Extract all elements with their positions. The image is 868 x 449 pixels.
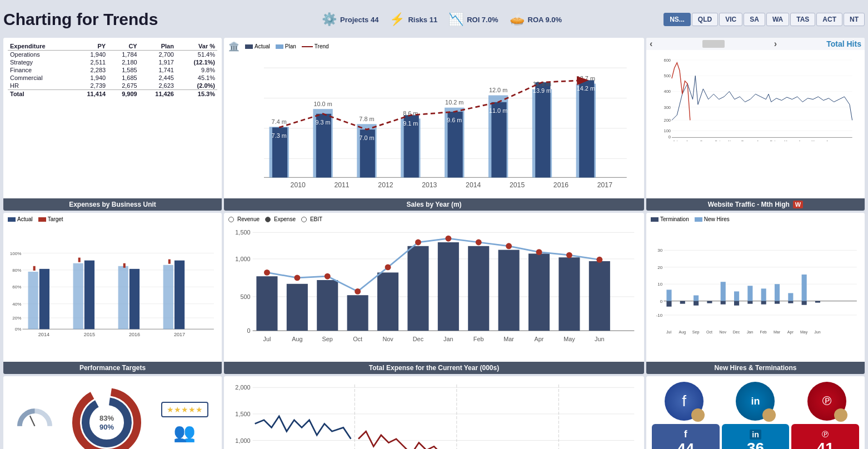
svg-text:2017: 2017 bbox=[174, 332, 185, 338]
svg-text:2011: 2011 bbox=[334, 181, 349, 189]
svg-rect-114 bbox=[468, 246, 489, 331]
prev-arrow[interactable]: ‹ bbox=[650, 39, 652, 49]
perf-legend: Actual Target bbox=[6, 215, 220, 223]
svg-text:Aug: Aug bbox=[679, 331, 686, 335]
hires-panel: Termination New Hires 30 20 10 0 -10 bbox=[646, 213, 865, 374]
svg-text:100%: 100% bbox=[10, 251, 22, 256]
svg-text:9.1 m: 9.1 m bbox=[403, 120, 418, 127]
svg-text:Mar: Mar bbox=[784, 140, 791, 141]
debtors-panel: 2,000 1,500 1,000 500 0 bbox=[224, 376, 644, 449]
svg-rect-118 bbox=[589, 261, 610, 331]
svg-text:1,500: 1,500 bbox=[235, 230, 250, 236]
region-tab-ns[interactable]: NS... bbox=[664, 13, 691, 26]
top-bar: Charting for Trends ⚙️ Projects 44 ⚡ Ris… bbox=[3, 3, 865, 36]
svg-text:May: May bbox=[811, 140, 819, 141]
svg-rect-172 bbox=[802, 301, 807, 305]
expense-chart: 1,500 1,000 500 0 bbox=[226, 223, 642, 360]
svg-text:Sep: Sep bbox=[700, 140, 707, 141]
sales-chart: 7.4 m7.3 m10.0 m9.3 m7.8 m7.0 m8.6 m9.1 … bbox=[226, 53, 642, 196]
svg-text:Nov: Nov bbox=[719, 331, 726, 335]
w-badge: W bbox=[793, 201, 803, 208]
svg-text:300: 300 bbox=[664, 105, 671, 110]
region-tab-vic[interactable]: VIC bbox=[719, 13, 742, 26]
svg-text:7.0 m: 7.0 m bbox=[359, 134, 374, 141]
svg-text:Dec: Dec bbox=[413, 336, 424, 343]
dashboard: Charting for Trends ⚙️ Projects 44 ⚡ Ris… bbox=[0, 0, 868, 449]
col-expenditure: Expenditure bbox=[8, 42, 71, 51]
svg-text:2016: 2016 bbox=[129, 332, 140, 338]
svg-point-122 bbox=[355, 288, 361, 295]
next-arrow[interactable]: › bbox=[774, 39, 777, 49]
svg-text:Oct: Oct bbox=[353, 336, 362, 343]
svg-text:7.3 m: 7.3 m bbox=[272, 132, 287, 139]
svg-text:May: May bbox=[800, 331, 808, 335]
svg-rect-117 bbox=[558, 258, 580, 331]
svg-text:Jun: Jun bbox=[826, 140, 832, 141]
svg-text:2014: 2014 bbox=[466, 181, 481, 189]
svg-rect-169 bbox=[788, 293, 793, 301]
svg-text:60%: 60% bbox=[12, 285, 21, 290]
svg-text:10: 10 bbox=[657, 282, 663, 287]
svg-text:7.4 m: 7.4 m bbox=[272, 118, 287, 125]
svg-text:Jul: Jul bbox=[666, 331, 671, 335]
svg-point-188 bbox=[86, 401, 128, 443]
svg-rect-30 bbox=[535, 82, 550, 177]
svg-point-120 bbox=[294, 275, 300, 281]
region-tab-wa[interactable]: WA bbox=[766, 13, 789, 26]
social-mascots-row: f in ℗ bbox=[648, 378, 862, 424]
svg-text:1,000: 1,000 bbox=[235, 256, 250, 262]
svg-rect-154 bbox=[666, 301, 671, 307]
svg-text:Jan: Jan bbox=[443, 336, 453, 343]
svg-rect-156 bbox=[694, 296, 699, 301]
sales-legend-icon: 🏛️ bbox=[228, 41, 240, 52]
svg-rect-170 bbox=[788, 301, 793, 303]
traffic-chart: 600 500 400 300 200 100 0 bbox=[648, 52, 862, 141]
svg-text:2,000: 2,000 bbox=[235, 385, 250, 391]
svg-text:600: 600 bbox=[664, 58, 671, 63]
svg-rect-85 bbox=[33, 266, 36, 271]
svg-text:Mar: Mar bbox=[503, 336, 514, 343]
region-tab-qld[interactable]: QLD bbox=[692, 13, 718, 26]
svg-text:500: 500 bbox=[240, 293, 250, 300]
svg-text:Apr: Apr bbox=[799, 140, 805, 141]
speedometer-icon bbox=[17, 405, 53, 441]
svg-text:500: 500 bbox=[664, 73, 671, 78]
svg-rect-164 bbox=[747, 301, 752, 304]
svg-rect-110 bbox=[347, 296, 368, 331]
svg-text:11.0 m: 11.0 m bbox=[489, 107, 507, 114]
svg-text:2013: 2013 bbox=[422, 181, 437, 189]
svg-rect-90 bbox=[129, 269, 139, 329]
svg-text:7.8 m: 7.8 m bbox=[359, 116, 374, 122]
svg-text:10.0 m: 10.0 m bbox=[313, 101, 332, 107]
pi-mascot: ℗ bbox=[807, 382, 846, 421]
svg-text:2010: 2010 bbox=[291, 181, 306, 189]
roi-icon: 📉 bbox=[448, 12, 463, 27]
li-stat-card: in 36 Linkedin Campaigns bbox=[722, 424, 790, 449]
people-icon: 👥 bbox=[173, 422, 196, 443]
svg-text:Nov: Nov bbox=[729, 140, 735, 141]
table-row: Strategy 2,511 2,180 1,917 (12.1%) bbox=[8, 58, 217, 66]
perf-header: Performance Targets bbox=[3, 362, 222, 374]
col-var: Var % bbox=[176, 42, 217, 51]
svg-rect-157 bbox=[694, 301, 699, 306]
svg-text:9.6 m: 9.6 m bbox=[447, 117, 462, 123]
svg-text:0: 0 bbox=[660, 299, 663, 304]
svg-rect-158 bbox=[707, 301, 712, 303]
svg-point-130 bbox=[596, 257, 602, 263]
region-tab-tas[interactable]: TAS bbox=[790, 13, 815, 26]
svg-rect-84 bbox=[39, 269, 49, 329]
svg-text:14.2 m: 14.2 m bbox=[577, 85, 595, 92]
svg-rect-166 bbox=[761, 301, 766, 305]
kpi-bar: ⚙️ Projects 44 ⚡ Risks 11 📉 ROI 7.0% 🥧 R… bbox=[220, 12, 664, 27]
svg-text:Oct: Oct bbox=[715, 140, 720, 141]
svg-text:Jan: Jan bbox=[756, 140, 762, 141]
region-tab-sa[interactable]: SA bbox=[744, 13, 765, 26]
expenses-header: Expenses by Business Unit bbox=[3, 198, 222, 211]
region-tab-nt[interactable]: NT bbox=[844, 13, 865, 26]
svg-text:Nov: Nov bbox=[382, 336, 393, 343]
kpi-roa: 🥧 ROA 9.0% bbox=[510, 12, 562, 27]
svg-point-119 bbox=[264, 270, 270, 276]
region-tab-act[interactable]: ACT bbox=[816, 13, 842, 26]
expense-header: Total Expense for the Current Year (000s… bbox=[224, 362, 644, 374]
svg-rect-159 bbox=[721, 282, 726, 301]
